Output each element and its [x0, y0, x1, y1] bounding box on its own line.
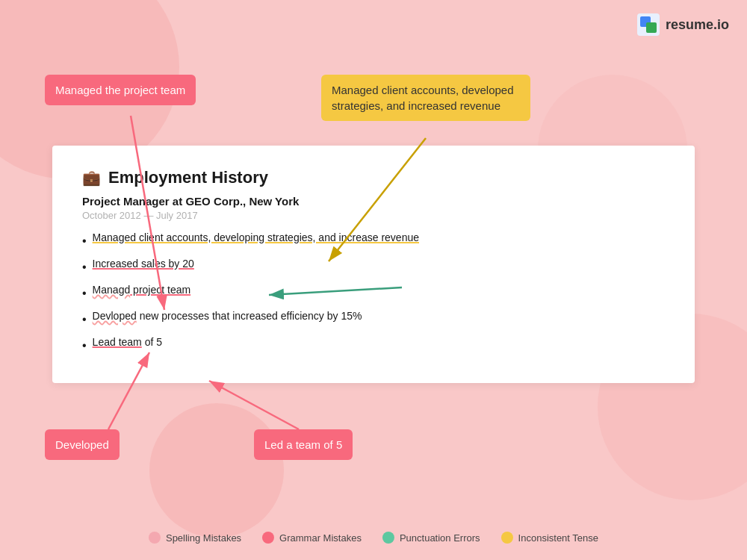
bullet-3-spell: Managd	[93, 284, 131, 296]
bullet-list: • Managed client accounts, developing st…	[82, 230, 665, 355]
legend-dot-punctuation	[382, 532, 394, 544]
resume-card: 💼 Employment History Project Manager at …	[52, 146, 695, 383]
briefcase-icon: 💼	[82, 169, 101, 187]
section-title: 💼 Employment History	[82, 168, 665, 187]
bullet-5-normal: of 5	[142, 336, 162, 348]
bullet-2-text: Increased sales by 20	[93, 258, 194, 270]
bullet-text-2: Increased sales by 20	[93, 256, 194, 272]
legend-label-tense: Inconsistent Tense	[518, 532, 598, 544]
callout-developed: Developed	[45, 429, 120, 460]
bullet-text-4: Devloped new processes that increased ef…	[93, 308, 362, 324]
logo-icon	[637, 13, 660, 36]
legend-dot-tense	[501, 532, 513, 544]
legend-item-tense: Inconsistent Tense	[501, 532, 598, 544]
legend-item-punctuation: Punctuation Errors	[382, 532, 480, 544]
bullet-dot-3: •	[82, 284, 87, 302]
bullet-item-5: • Lead team of 5	[82, 335, 665, 355]
bg-decoration-4	[149, 403, 284, 538]
bullet-dot-5: •	[82, 337, 87, 355]
legend-dot-grammar	[262, 532, 274, 544]
svg-rect-2	[646, 22, 657, 33]
legend-label-grammar: Grammar Mistakes	[279, 532, 362, 544]
bullet-text-1: Managed client accounts, developing stra…	[93, 230, 419, 246]
bullet-1-text: Managed client accounts, developing stra…	[93, 231, 419, 243]
bullet-text-5: Lead team of 5	[93, 335, 162, 350]
bullet-item-2: • Increased sales by 20	[82, 256, 665, 276]
bullet-text-3: Managd project team	[93, 282, 191, 298]
callout-led-team: Led a team of 5	[254, 429, 353, 460]
legend-label-punctuation: Punctuation Errors	[400, 532, 480, 544]
bullet-dot-1: •	[82, 232, 87, 250]
bullet-3-grammar: project team	[130, 284, 190, 296]
bullet-item-4: • Devloped new processes that increased …	[82, 308, 665, 329]
callout-managed-client: Managed client accounts, developed strat…	[321, 75, 530, 121]
bullet-5-grammar: Lead team	[93, 336, 142, 348]
legend-dot-spelling	[149, 532, 161, 544]
job-title: Project Manager at GEO Corp., New York	[82, 195, 665, 208]
job-date: October 2012 — July 2017	[82, 210, 665, 221]
bullet-4-spell: Devloped	[93, 310, 137, 322]
legend-item-grammar: Grammar Mistakes	[262, 532, 362, 544]
bullet-dot-2: •	[82, 258, 87, 276]
bullet-dot-4: •	[82, 311, 87, 329]
callout-managed-team: Managed the project team	[45, 75, 196, 105]
bullet-item-3: • Managd project team	[82, 282, 665, 302]
legend-item-spelling: Spelling Mistakes	[149, 532, 241, 544]
logo-text: resume.io	[666, 17, 729, 33]
logo: resume.io	[637, 13, 729, 36]
bullet-item-1: • Managed client accounts, developing st…	[82, 230, 665, 250]
legend: Spelling Mistakes Grammar Mistakes Punct…	[149, 532, 598, 544]
bullet-4-normal: new processes that increased efficiency …	[137, 310, 362, 322]
legend-label-spelling: Spelling Mistakes	[166, 532, 241, 544]
